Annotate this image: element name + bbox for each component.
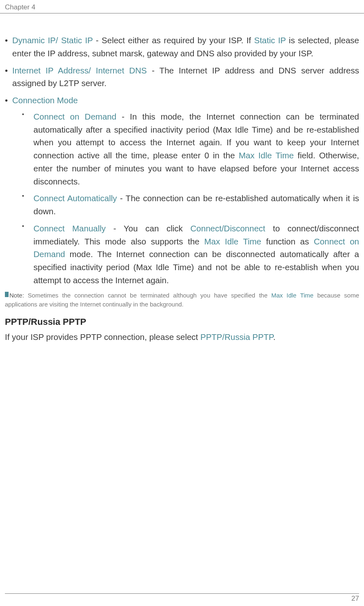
text: . bbox=[273, 332, 275, 342]
page-header: Chapter 4 bbox=[0, 0, 364, 13]
term-max-idle-2: Max Idle Time bbox=[204, 237, 262, 246]
term-max-idle-note: Max Idle Time bbox=[271, 292, 313, 299]
term-connect-auto: Connect Automatically bbox=[33, 193, 117, 203]
list-item: Connect on Demand - In this mode, the In… bbox=[12, 110, 359, 188]
note-icon bbox=[5, 292, 9, 297]
text: - Select either as required by your ISP.… bbox=[93, 36, 254, 45]
list-item: Connect Automatically - The connection c… bbox=[12, 192, 359, 218]
bullet-list: Dynamic IP/ Static IP - Select either as… bbox=[5, 34, 359, 287]
page-number: 27 bbox=[5, 593, 359, 603]
term-pptp: PPTP/Russia PPTP bbox=[200, 332, 273, 342]
term-connect-disconnect: Connect/Disconnect bbox=[191, 224, 265, 233]
term-max-idle: Max Idle Time bbox=[239, 151, 294, 160]
note-block: Note: Sometimes the connection cannot be… bbox=[5, 291, 359, 309]
chapter-label: Chapter 4 bbox=[5, 3, 36, 11]
text: Sometimes the connection cannot be termi… bbox=[24, 292, 271, 299]
note-label: Note: bbox=[9, 292, 24, 299]
page-content: Dynamic IP/ Static IP - Select either as… bbox=[0, 13, 364, 344]
term-static-ip: Static IP bbox=[254, 36, 286, 45]
text: mode. The Internet connection can be dis… bbox=[33, 249, 359, 285]
list-item: Dynamic IP/ Static IP - Select either as… bbox=[5, 34, 359, 60]
term-connect-manual: Connect Manually bbox=[33, 224, 106, 233]
term-connection-mode: Connection Mode bbox=[12, 95, 78, 105]
list-item: Internet IP Address/ Internet DNS - The … bbox=[5, 64, 359, 90]
list-item: Connect Manually - You can click Connect… bbox=[12, 222, 359, 287]
section-title: PPTP/Russia PPTP bbox=[5, 317, 359, 327]
text: - You can click bbox=[106, 224, 190, 233]
section-paragraph: If your ISP provides PPTP connection, pl… bbox=[5, 331, 359, 344]
list-item: Connection Mode Connect on Demand - In t… bbox=[5, 94, 359, 287]
text: function as bbox=[261, 237, 314, 246]
sub-bullet-list: Connect on Demand - In this mode, the In… bbox=[12, 110, 359, 287]
term-dynamic-static: Dynamic IP/ Static IP bbox=[12, 36, 93, 45]
term-connect-demand: Connect on Demand bbox=[33, 112, 116, 121]
term-internet-ip: Internet IP Address/ Internet DNS bbox=[12, 66, 147, 75]
text: If your ISP provides PPTP connection, pl… bbox=[5, 332, 200, 342]
